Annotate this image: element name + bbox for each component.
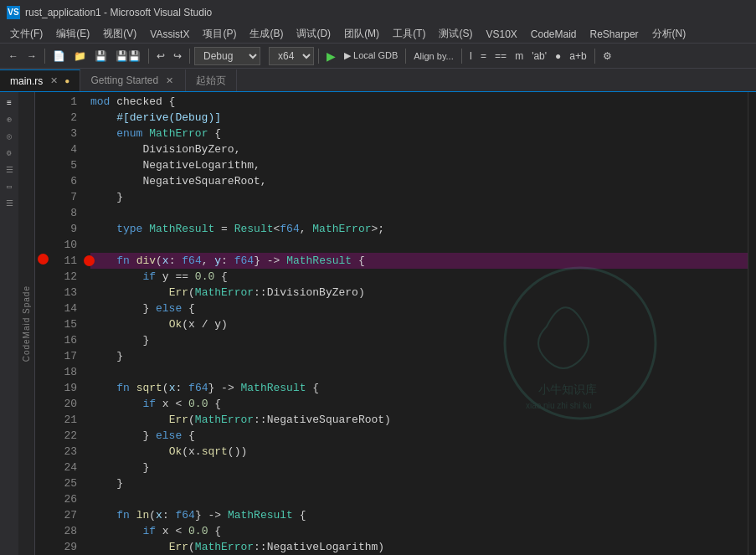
toolbar-gear-btn[interactable]: ⚙ <box>599 49 615 64</box>
code-line-10 <box>90 237 748 253</box>
tabs-bar: main.rs ✕ ● Getting Started ✕ 起始页 <box>0 69 756 92</box>
toolbar-forward-btn[interactable]: → <box>23 49 40 64</box>
code-line-6: NegativeSquareRoot, <box>90 173 748 189</box>
line-number-20: 20 <box>50 396 77 412</box>
line-number-13: 13 <box>50 285 77 301</box>
menu-item-m[interactable]: 团队(M) <box>337 25 386 43</box>
code-line-22: } else { <box>90 428 748 444</box>
title-bar: VS rust_application1 - Microsoft Visual … <box>0 0 756 25</box>
line-number-25: 25 <box>50 475 77 491</box>
menu-item-e[interactable]: 编辑(E) <box>49 25 96 43</box>
local-gdb-label[interactable]: ▶ Local GDB <box>341 50 401 61</box>
menu-item-p[interactable]: 项目(P) <box>196 25 243 43</box>
toolbar-open-btn[interactable]: 📁 <box>70 49 90 64</box>
toolbar-extra-btn[interactable]: I <box>466 49 476 64</box>
platform-select[interactable]: x64 x86 <box>269 47 314 65</box>
toolbar-ab-btn[interactable]: 'ab' <box>528 49 550 64</box>
line-number-1: 1 <box>50 94 77 110</box>
code-line-4: DivisionByZero, <box>90 141 748 157</box>
code-line-15: Ok(x / y) <box>90 316 748 332</box>
line-number-18: 18 <box>50 364 77 380</box>
activity-grid-icon[interactable]: ⊕ <box>1 112 18 127</box>
menu-item-b[interactable]: 生成(B) <box>243 25 290 43</box>
editor-area: 1234567891011121314151617181920212223242… <box>35 92 756 555</box>
line-number-9: 9 <box>50 221 77 237</box>
menu-item-vsx[interactable]: VS10X <box>479 27 523 42</box>
line-number-26: 26 <box>50 491 77 507</box>
toolbar-new-btn[interactable]: 📄 <box>49 49 69 64</box>
main-layout: ≡ ⊕ ◎ ⚙ ☰ ▭ ☰ CodeMaid Spade 12345678910… <box>0 92 756 555</box>
run-button[interactable]: ▶ <box>323 49 339 63</box>
line-number-23: 23 <box>50 444 77 460</box>
tab-getting-started[interactable]: Getting Started ✕ <box>80 69 186 91</box>
activity-target-icon[interactable]: ◎ <box>1 129 18 144</box>
code-line-5: NegativeLogarithm, <box>90 157 748 173</box>
menu-item-f[interactable]: 文件(F) <box>3 25 49 43</box>
code-line-12: if y == 0.0 { <box>90 269 748 285</box>
code-line-14: } else { <box>90 301 748 316</box>
gutter <box>35 92 50 555</box>
line-number-16: 16 <box>50 332 77 348</box>
activity-settings-icon[interactable]: ⚙ <box>1 146 18 161</box>
line-number-14: 14 <box>50 301 77 316</box>
toolbar: ← → 📄 📁 💾 💾💾 ↩ ↪ Debug Release x64 x86 ▶… <box>0 44 756 69</box>
code-line-29: Err(MathError::NegativeLogarithm) <box>90 539 748 555</box>
toolbar-eq2-btn[interactable]: == <box>491 49 510 64</box>
line-number-2: 2 <box>50 110 77 126</box>
menu-bar: 文件(F)编辑(E)视图(V)VAssistX项目(P)生成(B)调试(D)团队… <box>0 25 756 44</box>
tab-main-rs-label: main.rs <box>10 75 43 87</box>
toolbar-undo-btn[interactable]: ↩ <box>153 49 168 64</box>
activity-menu-icon[interactable]: ☰ <box>1 162 18 177</box>
activity-layers-icon[interactable]: ▭ <box>1 179 18 194</box>
toolbar-a-plus-btn[interactable]: a+b <box>566 49 589 64</box>
code-line-17: } <box>90 348 748 364</box>
menu-item-t[interactable]: 工具(T) <box>386 25 432 43</box>
toolbar-saveall-btn[interactable]: 💾💾 <box>112 49 144 64</box>
line-numbers: 1234567891011121314151617181920212223242… <box>50 92 84 555</box>
debug-mode-select[interactable]: Debug Release <box>194 47 260 65</box>
code-line-24: } <box>90 460 748 475</box>
vs-icon: VS <box>7 6 20 19</box>
codemaid-panel[interactable]: CodeMaid Spade <box>18 92 35 555</box>
tab-main-rs[interactable]: main.rs ✕ ● <box>0 69 80 91</box>
code-line-20: if x < 0.0 { <box>90 396 748 412</box>
activity-explorer-icon[interactable]: ≡ <box>1 95 18 110</box>
menu-item-codemaid[interactable]: CodeMaid <box>524 27 584 42</box>
menu-item-n[interactable]: 分析(N) <box>645 25 693 43</box>
menu-item-v[interactable]: 视图(V) <box>96 25 143 43</box>
align-label[interactable]: Align by... <box>410 51 457 61</box>
line-number-21: 21 <box>50 412 77 428</box>
tab-start-page[interactable]: 起始页 <box>186 69 237 91</box>
toolbar-sep-7 <box>594 49 595 64</box>
code-line-16: } <box>90 332 748 348</box>
toolbar-circle-btn[interactable]: ● <box>552 49 564 64</box>
code-content[interactable]: mod checked { #[derive(Debug)] enum Math… <box>84 92 748 555</box>
tab-getting-started-close[interactable]: ✕ <box>163 75 175 86</box>
menu-item-s[interactable]: 测试(S) <box>432 25 479 43</box>
line-number-15: 15 <box>50 316 77 332</box>
menu-item-d[interactable]: 调试(D) <box>290 25 337 43</box>
tab-main-rs-close[interactable]: ✕ <box>48 75 59 87</box>
menu-item-resharper[interactable]: ReSharper <box>584 27 645 42</box>
toolbar-eq-btn[interactable]: = <box>477 49 490 64</box>
toolbar-redo-btn[interactable]: ↪ <box>170 49 185 64</box>
menu-item-vassistx[interactable]: VAssistX <box>143 27 196 42</box>
code-line-9: type MathResult = Result<f64, MathError>… <box>90 221 748 237</box>
toolbar-save-btn[interactable]: 💾 <box>91 49 111 64</box>
code-line-19: fn sqrt(x: f64} -> MathResult { <box>90 380 748 396</box>
toolbar-sep-3 <box>189 49 190 64</box>
toolbar-back-btn[interactable]: ← <box>5 49 22 64</box>
toolbar-sep-4 <box>318 49 319 64</box>
line-number-8: 8 <box>50 205 77 221</box>
tab-start-page-label: 起始页 <box>196 74 226 88</box>
line-number-28: 28 <box>50 523 77 539</box>
code-line-1: mod checked { <box>90 94 748 110</box>
code-line-18 <box>90 364 748 380</box>
toolbar-sep-1 <box>44 49 45 64</box>
activity-list-icon[interactable]: ☰ <box>1 196 18 211</box>
vertical-scrollbar[interactable] <box>748 92 756 555</box>
tab-getting-started-label: Getting Started <box>90 75 158 86</box>
line-number-29: 29 <box>50 539 77 555</box>
breakpoint-dot[interactable] <box>38 254 49 265</box>
toolbar-m-btn[interactable]: m <box>512 49 527 64</box>
